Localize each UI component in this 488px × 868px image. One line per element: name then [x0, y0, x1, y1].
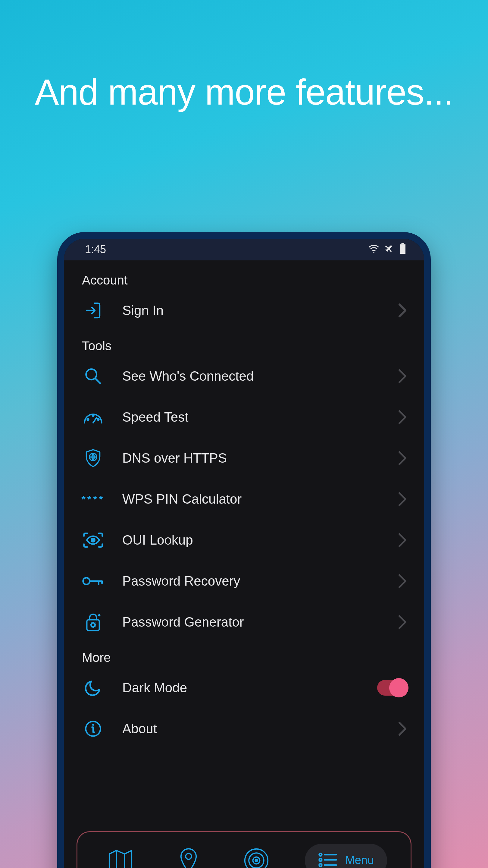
search-icon: [81, 364, 105, 389]
svg-point-15: [186, 853, 191, 859]
row-speed-test[interactable]: Speed Test: [81, 397, 407, 438]
row-label: Password Recovery: [122, 574, 381, 589]
svg-point-4: [87, 418, 89, 420]
section-header-account: Account: [81, 273, 407, 287]
menu-content: Account Sign In Tools See Who's Connecte…: [64, 260, 424, 868]
row-password-generator[interactable]: Password Generator: [81, 601, 407, 643]
shield-globe-icon: [81, 446, 105, 470]
svg-point-21: [319, 858, 322, 861]
nav-map[interactable]: [101, 844, 140, 868]
svg-point-16: [245, 849, 268, 868]
phone-frame: 1:45 Account: [57, 232, 431, 868]
battery-icon: [399, 243, 406, 256]
pin-asterisks-icon: ****: [81, 487, 105, 512]
row-password-recovery[interactable]: Password Recovery: [81, 561, 407, 601]
row-dark-mode[interactable]: Dark Mode: [81, 667, 407, 708]
svg-rect-10: [87, 620, 99, 631]
status-time: 1:45: [85, 243, 106, 256]
chevron-right-icon: [398, 614, 407, 630]
row-about[interactable]: About: [81, 708, 407, 749]
row-label: Speed Test: [122, 410, 381, 425]
row-oui-lookup[interactable]: OUI Lookup: [81, 520, 407, 561]
nav-location[interactable]: [169, 844, 208, 868]
svg-point-9: [83, 578, 90, 584]
gauge-icon: [81, 405, 105, 430]
chevron-right-icon: [398, 368, 407, 384]
svg-rect-2: [400, 244, 405, 254]
svg-point-0: [373, 252, 375, 253]
row-label: See Who's Connected: [122, 369, 381, 384]
wifi-icon: [368, 243, 380, 256]
svg-point-6: [93, 415, 94, 416]
row-label: DNS over HTTPS: [122, 451, 381, 466]
svg-point-20: [319, 853, 322, 856]
row-label: About: [122, 721, 381, 736]
row-label: Dark Mode: [122, 680, 360, 695]
row-sign-in[interactable]: Sign In: [81, 290, 407, 331]
row-label: WPS PIN Calculator: [122, 492, 381, 507]
status-icons: [368, 243, 406, 256]
lock-gear-icon: [81, 610, 105, 634]
chevron-right-icon: [398, 532, 407, 548]
sign-in-icon: [81, 298, 105, 323]
row-label: OUI Lookup: [122, 532, 381, 548]
toggle-knob: [389, 678, 409, 698]
status-bar: 1:45: [64, 239, 424, 260]
nav-menu-label: Menu: [345, 854, 374, 867]
row-label: Password Generator: [122, 615, 381, 629]
svg-point-19: [255, 859, 258, 862]
row-see-whos-connected[interactable]: See Who's Connected: [81, 355, 407, 397]
chevron-right-icon: [398, 409, 407, 425]
info-icon: [81, 716, 105, 741]
moon-icon: [81, 675, 105, 700]
chevron-right-icon: [398, 573, 407, 589]
nav-menu[interactable]: Menu: [305, 844, 387, 868]
svg-point-8: [91, 538, 95, 541]
chevron-right-icon: [398, 303, 407, 318]
row-wps-pin-calculator[interactable]: **** WPS PIN Calculator: [81, 478, 407, 520]
bottom-nav: Menu: [76, 831, 412, 868]
dark-mode-toggle[interactable]: [377, 680, 407, 695]
promo-headline: And many more features...: [0, 69, 488, 115]
section-header-more: More: [81, 650, 407, 665]
chevron-right-icon: [398, 721, 407, 737]
eye-scan-icon: [81, 528, 105, 553]
chevron-right-icon: [398, 450, 407, 466]
chevron-right-icon: [398, 491, 407, 507]
row-label: Sign In: [122, 303, 381, 318]
svg-point-12: [98, 614, 101, 617]
phone-screen: 1:45 Account: [64, 239, 424, 868]
menu-list-icon: [318, 852, 338, 868]
key-icon: [81, 569, 105, 593]
airplane-icon: [384, 243, 395, 256]
svg-point-5: [98, 418, 99, 420]
row-dns-over-https[interactable]: DNS over HTTPS: [81, 438, 407, 478]
svg-rect-1: [401, 243, 404, 244]
svg-point-14: [92, 724, 94, 726]
svg-point-22: [319, 864, 322, 866]
section-header-tools: Tools: [81, 339, 407, 353]
nav-radar[interactable]: [237, 844, 276, 868]
